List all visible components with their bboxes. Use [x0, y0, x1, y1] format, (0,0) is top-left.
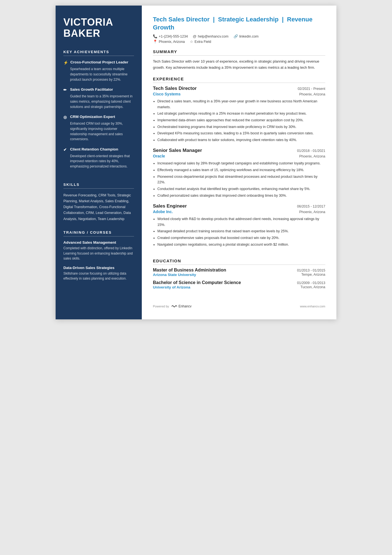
extra-text: Extra Field	[195, 40, 211, 44]
achievements-title: KEY ACHIEVEMENTS	[63, 50, 134, 56]
edu-2-location: Tucson, Arizona	[301, 285, 325, 289]
candidate-name: VICTORIABAKER	[63, 17, 134, 39]
training-1: Advanced Sales Management Completed with…	[63, 240, 134, 261]
training-2-desc: Skillshare course focusing on utilizing …	[63, 271, 134, 281]
achievement-3: ◎ CRM Optimization Expert Enhanced CRM t…	[63, 114, 134, 142]
exp-2-bullet-1: Increased regional sales by 28% through …	[157, 161, 325, 166]
summary-title: SUMMARY	[153, 49, 325, 56]
footer: Powered by Enhancv www.enhancv.com	[153, 299, 325, 308]
training-1-title: Advanced Sales Management	[63, 240, 134, 245]
powered-by-text: Powered by	[153, 305, 169, 308]
summary-section: SUMMARY Tech Sales Director with over 10…	[153, 49, 325, 70]
edu-1-dates: 01/2013 - 01/2015	[297, 268, 325, 272]
education-section: EDUCATION Master of Business Administrat…	[153, 258, 325, 293]
training-title: TRAINING / COURSES	[63, 230, 134, 236]
email-icon: @	[193, 34, 197, 38]
achievement-4-title: ✔ Client Retention Champion	[63, 147, 134, 152]
achievement-1: ⚡ Cross-Functional Project Leader Spearh…	[63, 60, 134, 82]
exp-3-location: Phoenix, Arizona	[299, 210, 325, 214]
checkmark-icon: ✔	[63, 147, 68, 152]
exp-1-job-title: Tech Sales Director	[153, 86, 197, 91]
exp-1-bullet-6: Collaborated with product teams to tailo…	[157, 137, 325, 143]
main-title: Tech Sales Director | Strategic Leadersh…	[153, 16, 325, 31]
contact-row: 📞 +1-(234)-555-1234 @ help@enhancv.com 🔗…	[153, 34, 325, 38]
exp-item-3: Sales Engineer 06/2015 - 12/2017 Adobe I…	[153, 203, 325, 247]
location-text: Phoenix, Arizona	[159, 40, 185, 44]
phone-icon: 📞	[153, 34, 157, 38]
exp-1-bullet-1: Directed a sales team, resulting in a 35…	[157, 98, 325, 110]
exp-1-dates: 02/2021 - Present	[298, 87, 325, 91]
edu-1-school-row: Arizona State University Tempe, Arizona	[153, 273, 325, 277]
circle-icon: ◎	[63, 115, 68, 120]
title-part-2: Strategic Leadership	[218, 16, 279, 23]
exp-3-dates: 06/2015 - 12/2017	[297, 204, 325, 208]
exp-3-bullet-4: Navigated complex negotiations, securing…	[157, 242, 325, 248]
linkedin-text: linkedin.com	[239, 34, 259, 38]
edu-2-degree: Bachelor of Science in Computer Science	[153, 280, 241, 285]
experience-section: EXPERIENCE Tech Sales Director 02/2021 -…	[153, 77, 325, 252]
exp-1-bullet-2: Led strategic partnerships resulting in …	[157, 111, 325, 117]
contact-row-2: 📍 Phoenix, Arizona ☆ Extra Field	[153, 40, 325, 44]
sidebar: VICTORIABAKER KEY ACHIEVEMENTS ⚡ Cross-F…	[56, 6, 142, 319]
exp-2-job-title: Senior Sales Manager	[153, 148, 202, 153]
achievement-2-title: ✏ Sales Growth Facilitator	[63, 87, 134, 92]
achievement-2: ✏ Sales Growth Facilitator Guided the te…	[63, 87, 134, 109]
exp-2-dates: 01/2018 - 01/2021	[297, 149, 325, 153]
achievement-1-title: ⚡ Cross-Functional Project Leader	[63, 60, 134, 65]
training-2-title: Data-Driven Sales Strategies	[63, 266, 134, 270]
exp-2-bullet-3: Pioneered cross-departmental projects th…	[157, 174, 325, 185]
summary-text: Tech Sales Director with over 10 years o…	[153, 58, 325, 70]
exp-1-company-row: Cisco Systems Phoenix, Arizona	[153, 92, 325, 96]
edu-2-dates: 01/2009 - 01/2013	[297, 281, 325, 285]
education-title: EDUCATION	[153, 258, 325, 265]
edu-1-header: Master of Business Administration 01/201…	[153, 268, 325, 273]
exp-2-location: Phoenix, Arizona	[299, 154, 325, 158]
exp-3-job-title: Sales Engineer	[153, 203, 187, 209]
brand-name: Enhancv	[178, 304, 192, 308]
exp-1-location: Phoenix, Arizona	[299, 92, 325, 96]
footer-left: Powered by Enhancv	[153, 304, 192, 308]
achievement-4-desc: Developed client-oriented strategies tha…	[63, 154, 134, 169]
enhancv-logo-icon	[171, 304, 177, 308]
location-icon: 📍	[153, 40, 157, 44]
main-content: Tech Sales Director | Strategic Leadersh…	[142, 6, 336, 319]
exp-2-bullet-2: Effectively managed a sales team of 15, …	[157, 167, 325, 173]
title-part-1: Tech Sales Director	[153, 16, 210, 23]
training-1-desc: Completed with distinction, offered by L…	[63, 246, 134, 261]
star-icon: ☆	[190, 40, 193, 44]
edu-1-school: Arizona State University	[153, 273, 196, 277]
edu-1-degree: Master of Business Administration	[153, 268, 226, 273]
edu-2-header: Bachelor of Science in Computer Science …	[153, 280, 325, 285]
exp-item-1: Tech Sales Director 02/2021 - Present Ci…	[153, 86, 325, 143]
exp-2-bullet-4: Conducted market analysis that identifie…	[157, 186, 325, 192]
exp-3-bullet-1: Worked closely with R&D to develop produ…	[157, 216, 325, 228]
exp-3-bullets: Worked closely with R&D to develop produ…	[153, 216, 325, 247]
contact-phone: 📞 +1-(234)-555-1234	[153, 34, 188, 38]
main-header: Tech Sales Director | Strategic Leadersh…	[153, 16, 325, 45]
experience-title: EXPERIENCE	[153, 77, 325, 83]
skills-title: SKILLS	[63, 182, 134, 189]
achievement-3-desc: Enhanced CRM tool usage by 30%, signific…	[63, 121, 134, 142]
achievement-2-desc: Guided the team to a 35% improvement in …	[63, 94, 134, 109]
lightning-icon: ⚡	[63, 60, 68, 65]
exp-3-bullet-3: Created comprehensive sales proposals th…	[157, 235, 325, 241]
exp-2-header: Senior Sales Manager 01/2018 - 01/2021	[153, 148, 325, 153]
exp-1-bullet-3: Implemented data-driven sales approaches…	[157, 117, 325, 123]
resume-container: VICTORIABAKER KEY ACHIEVEMENTS ⚡ Cross-F…	[56, 6, 336, 319]
exp-1-bullets: Directed a sales team, resulting in a 35…	[153, 98, 325, 143]
skills-section: SKILLS Revenue Forecasting, CRM Tools, S…	[63, 182, 134, 222]
linkedin-icon: 🔗	[234, 34, 238, 38]
edu-2-school: University of Arizona	[153, 285, 190, 289]
training-2: Data-Driven Sales Strategies Skillshare …	[63, 266, 134, 281]
contact-location: 📍 Phoenix, Arizona	[153, 40, 185, 44]
training-section: TRAINING / COURSES Advanced Sales Manage…	[63, 230, 134, 286]
enhancv-logo: Enhancv	[171, 304, 192, 308]
achievement-3-title: ◎ CRM Optimization Expert	[63, 114, 134, 120]
achievement-4: ✔ Client Retention Champion Developed cl…	[63, 147, 134, 169]
achievements-section: KEY ACHIEVEMENTS ⚡ Cross-Functional Proj…	[63, 50, 134, 174]
edu-2-school-row: University of Arizona Tucson, Arizona	[153, 285, 325, 289]
exp-1-header: Tech Sales Director 02/2021 - Present	[153, 86, 325, 91]
footer-website: www.enhancv.com	[300, 305, 325, 308]
exp-2-bullet-5: Crafted personalized sales strategies th…	[157, 193, 325, 199]
phone-text: +1-(234)-555-1234	[159, 34, 188, 38]
